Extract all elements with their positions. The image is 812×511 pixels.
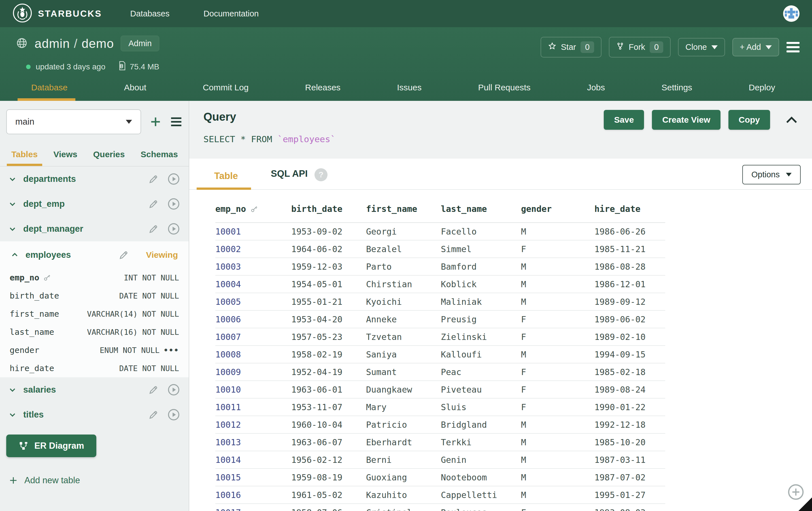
table-row[interactable]: 10011 1953-11-07 Mary Sluis F 1990-01-22	[215, 398, 665, 416]
add-button[interactable]: + Add	[732, 38, 779, 56]
collapse-query-button[interactable]	[785, 115, 798, 125]
sql-query-text[interactable]: SELECT * FROM `employees`	[203, 134, 812, 144]
nav-databases[interactable]: Databases	[130, 9, 170, 19]
tab-issues[interactable]: Issues	[397, 76, 422, 101]
create-view-button[interactable]: Create View	[652, 110, 721, 130]
tab-releases[interactable]: Releases	[305, 76, 341, 101]
play-circle-icon[interactable]	[167, 383, 180, 396]
play-circle-icon[interactable]	[167, 408, 180, 421]
tab-table[interactable]: Table	[214, 171, 238, 189]
table-row[interactable]: 10008 1958-02-19 Saniya Kalloufi M 1994-…	[215, 346, 665, 363]
star-count: 0	[581, 41, 594, 53]
tab-queries[interactable]: Queries	[93, 150, 125, 166]
branch-selector[interactable]: main	[6, 109, 141, 134]
tab-pull-requests[interactable]: Pull Requests	[478, 76, 530, 101]
edit-pencil-icon[interactable]	[148, 198, 159, 210]
column-header-first-name[interactable]: first_name	[366, 204, 441, 214]
emp-no-link[interactable]: 10008	[215, 350, 291, 359]
column-header-gender[interactable]: gender	[521, 204, 594, 214]
table-row[interactable]: 10015 1959-08-19 Guoxiang Nooteboom M 19…	[215, 469, 665, 486]
user-avatar[interactable]	[783, 5, 800, 22]
repo-name[interactable]: demo	[82, 36, 114, 51]
tab-tables[interactable]: Tables	[11, 150, 38, 166]
cell-first-name: Anneke	[366, 314, 441, 324]
emp-no-link[interactable]: 10004	[215, 279, 291, 289]
edit-pencil-icon[interactable]	[148, 173, 159, 185]
column-header-hire-date[interactable]: hire_date	[594, 204, 665, 214]
enum-more-button[interactable]: •••	[164, 346, 179, 355]
play-circle-icon[interactable]	[167, 222, 180, 235]
table-row[interactable]: 10001 1953-09-02 Georgi Facello M 1986-0…	[215, 223, 665, 240]
play-circle-icon[interactable]	[167, 198, 180, 210]
table-row[interactable]: 10003 1959-12-03 Parto Bamford M 1986-08…	[215, 258, 665, 276]
save-button[interactable]: Save	[604, 110, 644, 130]
tab-about[interactable]: About	[124, 76, 146, 101]
add-new-table-button[interactable]: Add new table	[6, 475, 182, 485]
emp-no-link[interactable]: 10003	[215, 262, 291, 272]
copy-button[interactable]: Copy	[728, 110, 770, 130]
column-header-emp-no[interactable]: emp_no	[215, 204, 291, 214]
tab-database[interactable]: Database	[31, 76, 67, 101]
menu-icon[interactable]	[786, 40, 800, 55]
repo-owner[interactable]: admin	[35, 36, 70, 51]
play-circle-icon[interactable]	[167, 173, 180, 185]
table-row[interactable]: 10012 1960-10-04 Patricio Bridgland M 19…	[215, 416, 665, 434]
emp-no-link[interactable]: 10007	[215, 332, 291, 342]
emp-no-link[interactable]: 10013	[215, 438, 291, 447]
sidebar-item-salaries[interactable]: salaries	[6, 377, 182, 402]
tab-views[interactable]: Views	[54, 150, 78, 166]
tab-jobs[interactable]: Jobs	[587, 76, 605, 101]
table-row[interactable]: 10016 1961-05-02 Kazuhito Cappelletti M …	[215, 486, 665, 504]
emp-no-link[interactable]: 10001	[215, 227, 291, 237]
table-row[interactable]: 10006 1953-04-20 Anneke Preusig F 1989-0…	[215, 311, 665, 328]
tab-deploy[interactable]: Deploy	[749, 76, 775, 101]
table-row[interactable]: 10002 1964-06-02 Bezalel Simmel F 1985-1…	[215, 240, 665, 258]
table-row[interactable]: 10009 1952-04-19 Sumant Peac F 1985-02-1…	[215, 363, 665, 381]
cell-gender: M	[521, 279, 594, 289]
new-branch-button[interactable]	[149, 115, 162, 128]
sidebar-item-employees[interactable]: employees Viewing	[8, 241, 180, 269]
emp-no-link[interactable]: 10016	[215, 490, 291, 500]
emp-no-link[interactable]: 10005	[215, 297, 291, 307]
table-row[interactable]: 10013 1963-06-07 Eberhardt Terkki M 1985…	[215, 434, 665, 451]
sidebar-item-titles[interactable]: titles	[6, 402, 182, 427]
table-row[interactable]: 10007 1957-05-23 Tzvetan Zielinski F 198…	[215, 328, 665, 346]
table-row[interactable]: 10005 1955-01-21 Kyoichi Maliniak M 1989…	[215, 293, 665, 311]
emp-no-link[interactable]: 10009	[215, 367, 291, 377]
tab-commit-log[interactable]: Commit Log	[203, 76, 249, 101]
table-row[interactable]: 10017 1958-07-06 Cristinel Bouloucos F 1…	[215, 504, 665, 511]
emp-no-link[interactable]: 10006	[215, 314, 291, 324]
tab-schemas[interactable]: Schemas	[141, 150, 178, 166]
sidebar-item-dept-manager[interactable]: dept_manager	[6, 216, 182, 241]
edit-pencil-icon[interactable]	[148, 409, 159, 420]
table-row[interactable]: 10010 1963-06-01 Duangkaew Piveteau F 19…	[215, 381, 665, 398]
sidebar-item-dept-emp[interactable]: dept_emp	[6, 191, 182, 216]
edit-pencil-icon[interactable]	[148, 223, 159, 235]
table-row[interactable]: 10014 1956-02-12 Berni Genin M 1987-03-1…	[215, 451, 665, 469]
help-icon[interactable]: ?	[315, 168, 327, 181]
edit-pencil-icon[interactable]	[148, 384, 159, 395]
edit-pencil-icon[interactable]	[118, 249, 129, 261]
table-row[interactable]: 10004 1954-05-01 Chirstian Koblick M 198…	[215, 276, 665, 293]
emp-no-link[interactable]: 10002	[215, 244, 291, 254]
clone-button[interactable]: Clone	[678, 38, 725, 56]
emp-no-link[interactable]: 10011	[215, 402, 291, 412]
emp-no-link[interactable]: 10014	[215, 455, 291, 465]
branch-list-button[interactable]	[170, 116, 182, 127]
emp-no-link[interactable]: 10010	[215, 385, 291, 395]
emp-no-link[interactable]: 10012	[215, 420, 291, 430]
brand[interactable]: STARBUCKS	[12, 3, 102, 24]
column-header-birth-date[interactable]: birth_date	[291, 204, 366, 214]
star-button[interactable]: Star 0	[541, 37, 602, 58]
emp-no-link[interactable]: 10017	[215, 508, 291, 511]
nav-documentation[interactable]: Documentation	[203, 9, 259, 19]
cell-birth-date: 1963-06-07	[291, 438, 366, 447]
column-header-last-name[interactable]: last_name	[441, 204, 521, 214]
sidebar-item-departments[interactable]: departments	[6, 167, 182, 191]
emp-no-link[interactable]: 10015	[215, 473, 291, 482]
er-diagram-button[interactable]: ER Diagram	[6, 434, 96, 457]
fork-button[interactable]: Fork 0	[609, 37, 671, 58]
options-button[interactable]: Options	[742, 165, 801, 184]
tab-sql-api[interactable]: SQL API ?	[271, 168, 327, 189]
tab-settings[interactable]: Settings	[662, 76, 692, 101]
